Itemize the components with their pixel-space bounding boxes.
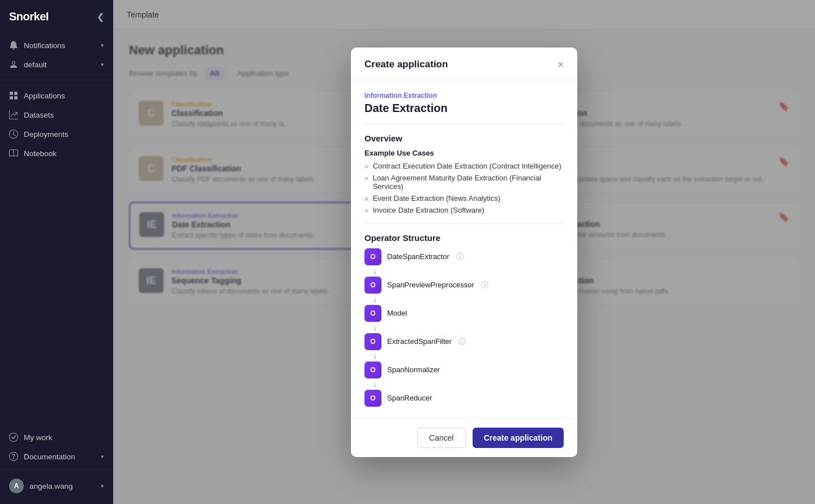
sidebar-item-deployments-label: Deployments [24,130,68,139]
modal-footer: Cancel Create application [351,418,577,457]
grid-icon [9,91,18,100]
operator-name: SpanNormalizer [387,365,440,374]
info-icon: ⓘ [458,337,466,347]
chevron-down-icon: ▾ [101,453,104,460]
notebook-icon [9,149,18,158]
datasets-icon [9,110,18,119]
check-circle-icon [9,433,18,442]
modal-close-button[interactable]: × [557,59,564,71]
sidebar-item-applications[interactable]: Applications [0,86,113,105]
list-item: Invoice Date Extraction (Software) [364,206,564,214]
list-item: Contract Execution Date Extraction (Cont… [364,162,564,170]
modal-overview-title: Overview [364,133,564,143]
sidebar-item-datasets-label: Datasets [24,111,54,119]
operator-item: O Model [364,305,564,322]
operator-badge: O [364,305,381,322]
sidebar-item-documentation[interactable]: Documentation ▾ [0,447,113,466]
deployments-icon [9,130,18,139]
cancel-button[interactable]: Cancel [417,428,466,448]
modal: Create application × Information Extract… [351,48,577,457]
operator-name: SpanPreviewPreprocessor [387,281,474,289]
main-content: Template New application Browse template… [113,0,815,504]
operator-name: SpanReducer [387,394,432,402]
sidebar-nav-main: Applications Datasets Deployments Notebo… [0,84,113,165]
sidebar-item-documentation-label: Documentation [24,453,75,461]
sidebar-nav-top: Notifications ▾ default ▾ [0,33,113,76]
operator-item: O SpanNormalizer [364,361,564,378]
modal-divider-2 [364,223,564,224]
list-item: Loan Agreement Maturity Date Extraction … [364,174,564,191]
sidebar-user-divider [0,469,113,470]
modal-category: Information Extraction [364,92,564,100]
sidebar-item-notebook[interactable]: Notebook [0,144,113,163]
operator-item: O SpanPreviewPreprocessor ⓘ [364,277,564,294]
info-icon: ⓘ [481,280,488,290]
info-icon: ⓘ [456,252,464,262]
modal-operator-section-title: Operator Structure [364,233,564,243]
modal-template-title: Date Extraction [364,102,564,115]
sidebar-username: angela.wang [29,482,73,490]
operator-badge: O [364,277,381,294]
avatar: A [9,479,24,493]
arrow-down-icon: ↓ [364,323,564,332]
bell-icon [9,41,18,50]
sidebar-item-applications-label: Applications [24,92,65,100]
modal-header: Create application × [351,48,577,80]
operator-list: O DateSpanExtractor ⓘ ↓ O SpanPreviewPre… [364,248,564,407]
operator-name: Model [387,309,407,317]
operator-item: O SpanReducer [364,390,564,407]
operator-badge: O [364,248,381,265]
modal-use-cases-title: Example Use Cases [364,149,564,157]
operator-name: DateSpanExtractor [387,252,449,261]
operator-item: O DateSpanExtractor ⓘ [364,248,564,265]
operator-item: O ExtractedSpanFilter ⓘ [364,333,564,350]
sidebar-header: SnorkeI ❮ [0,0,113,33]
sidebar-item-my-work-label: My work [24,433,52,442]
operator-name: ExtractedSpanFilter [387,337,452,346]
chevron-down-icon: ▾ [101,61,104,68]
create-application-button[interactable]: Create application [473,428,564,448]
sidebar-user-profile[interactable]: A angela.wang ▾ [0,473,113,498]
modal-body: Information Extraction Date Extraction O… [351,80,577,418]
sidebar-item-default-label: default [24,61,47,69]
modal-use-cases-list: Contract Execution Date Extraction (Cont… [364,162,564,214]
arrow-down-icon: ↓ [364,380,564,389]
modal-divider-1 [364,124,564,124]
sidebar-item-notifications-label: Notifications [24,41,66,50]
modal-overlay[interactable]: Create application × Information Extract… [113,0,815,504]
sidebar-item-deployments[interactable]: Deployments [0,124,113,144]
sidebar-bottom: My work Documentation ▾ A angela.wang ▾ [0,428,113,504]
chevron-down-icon: ▾ [101,483,104,490]
chevron-down-icon: ▾ [101,42,104,49]
app-logo: SnorkeI [9,10,49,23]
sidebar-item-notifications[interactable]: Notifications ▾ [0,36,113,55]
list-item: Event Date Extraction (News Analytics) [364,194,564,203]
sidebar-item-my-work[interactable]: My work [0,428,113,447]
question-circle-icon [9,452,18,461]
operator-badge: O [364,361,381,378]
operator-badge: O [364,333,381,350]
operator-badge: O [364,390,381,407]
sidebar: SnorkeI ❮ Notifications ▾ default ▾ Appl… [0,0,113,504]
arrow-down-icon: ↓ [364,266,564,275]
arrow-down-icon: ↓ [364,351,564,360]
modal-title: Create application [364,59,448,70]
arrow-down-icon: ↓ [364,295,564,304]
sidebar-item-datasets[interactable]: Datasets [0,105,113,124]
sidebar-item-notebook-label: Notebook [24,149,57,158]
sidebar-divider [0,80,113,80]
sidebar-item-default[interactable]: default ▾ [0,55,113,74]
sidebar-collapse-button[interactable]: ❮ [97,11,104,22]
user-circle-icon [9,60,18,69]
